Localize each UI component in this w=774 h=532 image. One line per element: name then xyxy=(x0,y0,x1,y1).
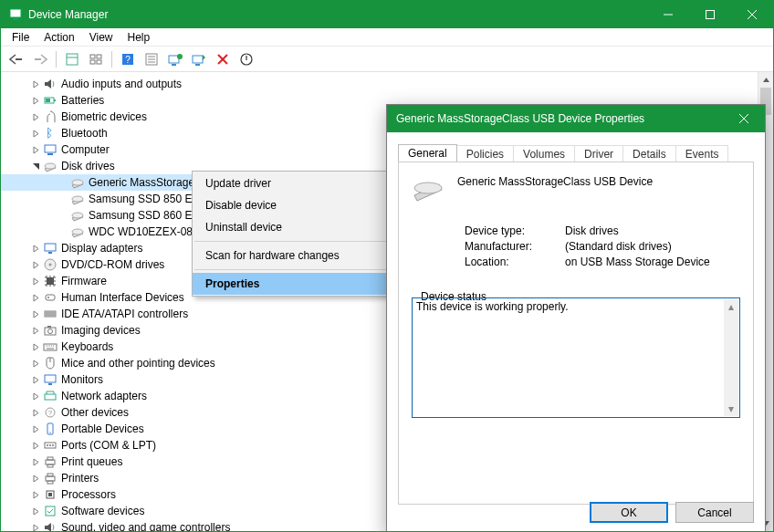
app-icon xyxy=(8,7,23,22)
manufacturer-value: (Standard disk drives) xyxy=(565,240,672,253)
disk-drive-icon xyxy=(412,175,445,204)
tab-events[interactable]: Events xyxy=(675,145,729,162)
window-title: Device Manager xyxy=(28,8,647,21)
toolbar-scan-button[interactable] xyxy=(189,49,209,69)
menu-help[interactable]: Help xyxy=(120,29,158,46)
expander-icon[interactable] xyxy=(30,407,41,418)
svg-rect-8 xyxy=(67,54,78,65)
svg-rect-42 xyxy=(47,277,54,285)
close-button[interactable] xyxy=(731,1,773,28)
tree-item-label: Samsung SSD 860 EVO xyxy=(89,209,208,222)
toolbar-view-button[interactable] xyxy=(86,49,106,69)
device-status-text[interactable]: This device is working properly. ▴ ▾ xyxy=(412,297,740,418)
expander-icon[interactable] xyxy=(30,259,41,270)
minimize-button[interactable] xyxy=(647,1,689,28)
toolbar-properties-button[interactable] xyxy=(141,49,162,69)
tree-item[interactable]: Audio inputs and outputs xyxy=(1,76,773,92)
tree-item-label: Keyboards xyxy=(61,340,113,353)
expander-icon[interactable] xyxy=(30,440,41,451)
context-menu-item[interactable]: Disable device xyxy=(193,194,392,216)
toolbar-update-driver-button[interactable] xyxy=(165,49,185,69)
dialog-close-button[interactable] xyxy=(723,105,765,132)
expander-icon[interactable] xyxy=(30,391,41,402)
menu-action[interactable]: Action xyxy=(37,29,81,46)
tree-item-label: Imaging devices xyxy=(61,324,141,337)
expander-icon[interactable] xyxy=(30,325,41,336)
chevron-up-icon[interactable]: ▴ xyxy=(724,299,738,314)
maximize-button[interactable] xyxy=(689,1,731,28)
expander-icon[interactable] xyxy=(30,243,41,254)
toolbar-uninstall-button[interactable] xyxy=(213,49,233,69)
printer-icon xyxy=(43,454,58,469)
expander-icon[interactable] xyxy=(30,456,41,467)
status-scrollbar[interactable]: ▴ ▾ xyxy=(724,299,738,416)
finger-icon xyxy=(43,110,58,124)
disk-icon xyxy=(70,192,85,206)
svg-rect-12 xyxy=(90,60,95,64)
tree-item-label: Network adapters xyxy=(61,390,147,402)
tree-item-label: Computer xyxy=(61,143,110,156)
expander-icon[interactable] xyxy=(30,506,41,516)
expander-icon[interactable] xyxy=(30,128,41,139)
svg-point-47 xyxy=(48,329,53,334)
tab-policies[interactable]: Policies xyxy=(456,145,514,162)
forward-button[interactable] xyxy=(30,49,50,69)
toolbar-disable-button[interactable] xyxy=(236,49,256,69)
toolbar-help-button[interactable]: ? xyxy=(118,49,138,69)
svg-rect-52 xyxy=(48,383,52,385)
expander-icon[interactable] xyxy=(30,489,41,500)
tabstrip: General Policies Volumes Driver Details … xyxy=(398,141,754,162)
context-menu-item[interactable]: Update driver xyxy=(193,172,392,194)
svg-point-59 xyxy=(47,444,48,446)
svg-point-22 xyxy=(177,54,183,59)
svg-point-37 xyxy=(72,229,83,235)
context-menu: Update driverDisable deviceUninstall dev… xyxy=(192,171,392,297)
pc-icon xyxy=(43,142,58,157)
expander-icon[interactable] xyxy=(30,423,41,434)
context-menu-item[interactable]: Scan for hardware changes xyxy=(193,245,392,266)
expander-icon[interactable] xyxy=(30,522,41,532)
expander-icon[interactable] xyxy=(30,144,41,155)
svg-point-44 xyxy=(47,297,49,298)
port-icon xyxy=(43,438,58,453)
expander-icon[interactable] xyxy=(30,161,41,172)
cancel-button[interactable]: Cancel xyxy=(675,502,754,523)
expander-icon[interactable] xyxy=(30,276,41,287)
tree-item-label: Disk drives xyxy=(61,160,115,172)
context-menu-item[interactable]: Uninstall device xyxy=(193,216,392,238)
expander-icon[interactable] xyxy=(30,111,41,122)
device-type-value: Disk drives xyxy=(565,224,619,237)
tab-general[interactable]: General xyxy=(398,144,457,162)
svg-point-57 xyxy=(49,432,50,433)
chevron-down-icon[interactable]: ▾ xyxy=(724,402,738,416)
svg-rect-23 xyxy=(193,56,203,63)
expander-icon[interactable] xyxy=(30,95,41,106)
disk-icon xyxy=(43,159,58,173)
expander-icon[interactable] xyxy=(30,308,41,319)
tab-volumes[interactable]: Volumes xyxy=(513,145,575,162)
mouse-icon xyxy=(43,356,58,370)
menu-view[interactable]: View xyxy=(82,29,120,46)
context-menu-item[interactable]: Properties xyxy=(193,273,392,295)
tab-details[interactable]: Details xyxy=(622,145,676,162)
expander-icon[interactable] xyxy=(30,473,41,484)
properties-dialog: Generic MassStorageClass USB Device Prop… xyxy=(386,104,766,532)
expander-icon[interactable] xyxy=(30,358,41,369)
device-manager-window: Device Manager File Action View Help ? A… xyxy=(0,0,774,532)
location-label: Location: xyxy=(465,256,565,268)
tab-driver[interactable]: Driver xyxy=(574,145,623,162)
toolbar-show-hidden-button[interactable] xyxy=(62,49,82,69)
expander-icon[interactable] xyxy=(30,292,41,303)
svg-rect-30 xyxy=(46,99,50,102)
svg-rect-51 xyxy=(45,375,56,382)
svg-rect-39 xyxy=(48,252,52,254)
tree-item-label: WDC WD10EZEX-08W xyxy=(89,225,203,238)
expander-icon[interactable] xyxy=(30,374,41,385)
expander-icon[interactable] xyxy=(30,78,41,89)
svg-rect-10 xyxy=(90,55,95,58)
back-button[interactable] xyxy=(6,49,26,69)
scroll-up-icon[interactable] xyxy=(758,72,773,88)
expander-icon[interactable] xyxy=(30,341,41,352)
menu-file[interactable]: File xyxy=(5,29,37,46)
ok-button[interactable]: OK xyxy=(590,502,668,523)
